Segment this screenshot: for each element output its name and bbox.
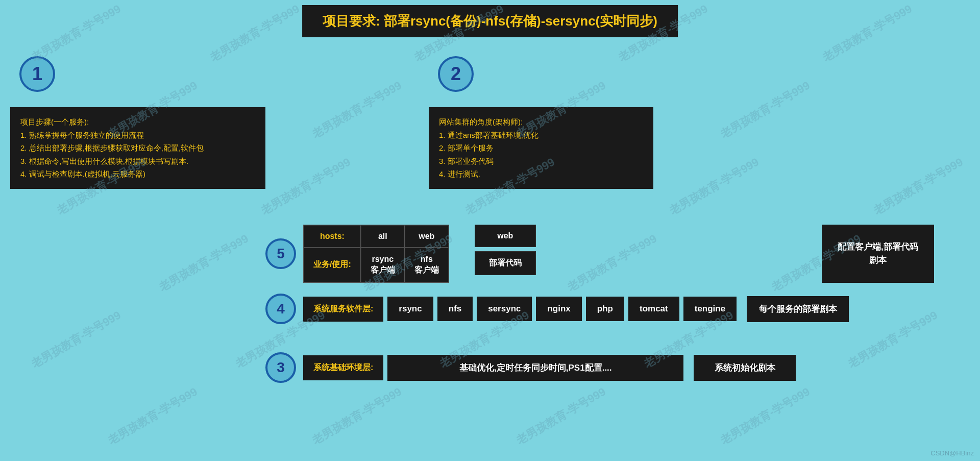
badge-3: 3 bbox=[265, 352, 296, 383]
web-label: web bbox=[475, 225, 536, 247]
info-box-1: 项目步骤(一个服务): 1. 熟练掌握每个服务独立的使用流程 2. 总结出部署步… bbox=[10, 107, 265, 189]
info-box-1-line2: 2. 总结出部署步骤,根据步骤获取对应命令,配置,软件包 bbox=[20, 141, 255, 155]
badge-1: 1 bbox=[19, 56, 55, 92]
row3-right-box: 系统初始化剧本 bbox=[694, 355, 796, 381]
row-5: 5 hosts: all web 业务/使用: rsync 客户端 nfs 客户… bbox=[265, 225, 934, 283]
csdn-mark: CSDN@HBinz bbox=[930, 449, 974, 457]
row4-nginx: nginx bbox=[536, 297, 581, 321]
badge-5: 5 bbox=[265, 238, 296, 269]
info-box-2-line2: 2. 部署单个服务 bbox=[439, 141, 643, 155]
row4-sersync: sersync bbox=[477, 297, 532, 321]
info-box-2-line3: 3. 部署业务代码 bbox=[439, 155, 643, 168]
row4-php: php bbox=[586, 297, 624, 321]
row4-tengine: tengine bbox=[683, 297, 737, 321]
deploy-code-label: 部署代码 bbox=[475, 251, 536, 275]
row4-nfs: nfs bbox=[437, 297, 473, 321]
row4-tomcat: tomcat bbox=[628, 297, 679, 321]
info-box-2: 网站集群的角度(架构师): 1. 通过ans部署基础环境,优化 2. 部署单个服… bbox=[429, 107, 653, 189]
row4-rsync: rsync bbox=[387, 297, 433, 321]
row5-right-group: web 部署代码 bbox=[475, 225, 536, 283]
page-title: 项目要求: 部署rsync(备份)-nfs(存储)-sersync(实时同步) bbox=[302, 5, 678, 37]
rsync-client: rsync 客户端 bbox=[361, 248, 405, 282]
web-cell-top: web bbox=[405, 225, 449, 248]
row4-right-box: 每个服务的部署剧本 bbox=[747, 296, 849, 322]
row-3: 3 系统基础环境层: 基础优化,定时任务同步时间,PS1配置.... 系统初始化… bbox=[265, 352, 796, 383]
info-box-2-line4: 4. 进行测试. bbox=[439, 167, 643, 181]
row5-grid: hosts: all web 业务/使用: rsync 客户端 nfs 客户端 bbox=[303, 225, 449, 283]
business-label: 业务/使用: bbox=[304, 248, 361, 282]
badge-4: 4 bbox=[265, 294, 296, 324]
row4-label: 系统服务软件层: bbox=[303, 297, 383, 322]
all-cell: all bbox=[361, 225, 405, 248]
hosts-label: hosts: bbox=[304, 225, 361, 248]
row5-right-box: 配置客户端,部署代码 剧本 bbox=[822, 225, 934, 283]
badge-2: 2 bbox=[438, 56, 474, 92]
info-box-2-title: 网站集群的角度(架构师): bbox=[439, 115, 643, 129]
info-box-1-line4: 4. 调试与检查剧本.(虚拟机,云服务器) bbox=[20, 167, 255, 181]
info-box-1-line3: 3. 根据命令,写出使用什么模块,根据模块书写剧本. bbox=[20, 155, 255, 168]
info-box-1-title: 项目步骤(一个服务): bbox=[20, 115, 255, 129]
row-4: 4 系统服务软件层: rsync nfs sersync nginx php t… bbox=[265, 294, 849, 324]
row3-label: 系统基础环境层: bbox=[303, 355, 383, 380]
info-box-1-line1: 1. 熟练掌握每个服务独立的使用流程 bbox=[20, 129, 255, 142]
info-box-2-line1: 1. 通过ans部署基础环境,优化 bbox=[439, 129, 643, 142]
row3-middle: 基础优化,定时任务同步时间,PS1配置.... bbox=[387, 355, 683, 381]
nfs-client: nfs 客户端 bbox=[405, 248, 449, 282]
